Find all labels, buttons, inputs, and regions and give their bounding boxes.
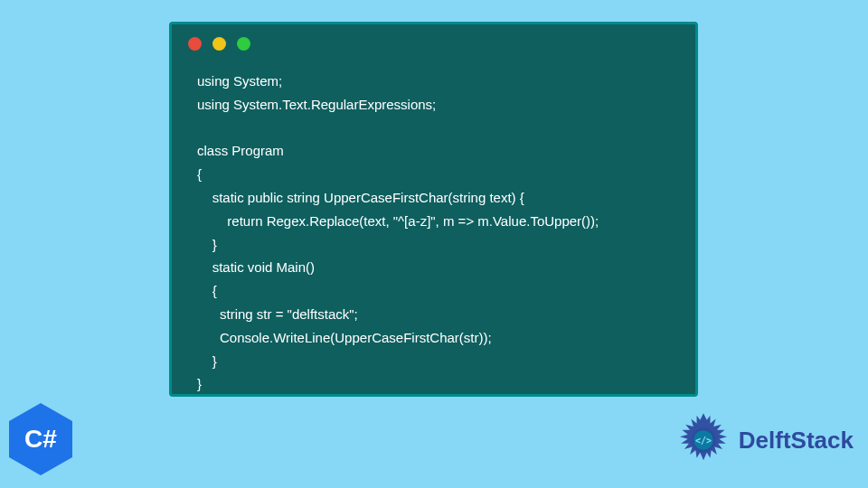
minimize-icon xyxy=(212,37,226,51)
badge-label: C# xyxy=(24,425,57,454)
code-window: using System; using System.Text.RegularE… xyxy=(169,22,698,397)
brand-emblem-icon: </> xyxy=(675,412,731,468)
svg-text:</>: </> xyxy=(695,436,712,446)
brand-logo: </> DelftStack xyxy=(675,412,854,468)
code-block: using System; using System.Text.RegularE… xyxy=(197,70,677,396)
close-icon xyxy=(188,37,202,51)
hexagon-icon: C# xyxy=(9,403,72,475)
window-traffic-lights xyxy=(188,37,250,51)
csharp-language-badge: C# xyxy=(9,403,72,475)
brand-name: DelftStack xyxy=(739,427,854,455)
maximize-icon xyxy=(237,37,250,51)
